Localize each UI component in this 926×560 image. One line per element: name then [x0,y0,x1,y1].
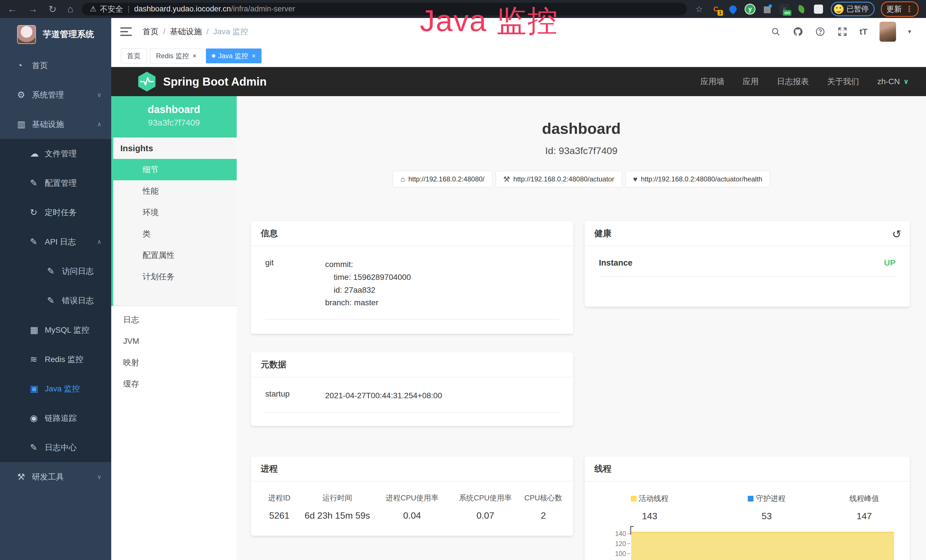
bookmark-star-icon[interactable]: ☆ [695,4,703,14]
sidebar-item-scheduled-tasks[interactable]: ↻ 定时任务 [0,198,111,227]
reload-icon[interactable]: ↻ [48,3,57,15]
process-cpu: 0.04 [375,510,449,521]
sba-navbar: Spring Boot Admin 应用墙 应用 日志报表 关于我们 zh-CN… [111,67,926,96]
browser-update-button[interactable]: 更新 ⋮ [881,2,918,17]
sidebar-item-config-management[interactable]: ✎ 配置管理 [0,168,111,198]
github-icon[interactable] [793,27,803,37]
process-table-values: 5261 6d 23h 15m 59s 0.04 0.07 2 [260,510,565,521]
sba-menu-item-config-props[interactable]: 配置属性 [111,244,237,266]
sidebar-item-access-logs[interactable]: ✎ 访问日志 [0,256,111,286]
sidebar-item-system-management[interactable]: ⚙ 系统管理 ∨ [0,80,111,109]
sidebar-item-java-monitor[interactable]: ▣ Java 监控 [0,374,111,403]
close-icon[interactable]: × [192,52,197,60]
sba-menu-item-metrics[interactable]: 性能 [111,180,237,202]
sba-nav-journal[interactable]: 日志报表 [777,76,809,87]
health-card-title: 健康 [594,228,611,239]
log-icon: ✎ [30,442,45,453]
history-icon[interactable]: ↺ [892,228,901,241]
user-avatar[interactable] [879,22,896,42]
hamburger-icon[interactable] [120,27,132,36]
extensions-row: C 1 y ▦ ≡ on [710,4,824,15]
sba-nav-about[interactable]: 关于我们 [827,76,859,87]
sba-menu-section-title: Insights [111,138,237,159]
cloud-upload-icon: ☁ [30,148,45,159]
link-actuator-url[interactable]: ⚒ http://192.168.0.2:48080/actuator [496,171,622,188]
page-instance-id: Id: 93a3fc7f7409 [237,145,926,156]
link-service-url[interactable]: ⌂ http://192.168.0.2:48080/ [393,171,492,188]
not-secure-warning-icon: ⚠ [90,5,96,14]
heartbeat-icon: ♥ [633,175,637,184]
sidebar-item-redis-monitor[interactable]: ≋ Redis 监控 [0,345,111,374]
app-sidebar: 芋道管理系统 ◔ 首页 ⚙ 系统管理 ∨ ▥ 基础设施 ∧ ☁ 文件管理 ✎ 配… [0,18,111,560]
system-cpu: 0.07 [449,510,522,521]
sidebar-item-trace[interactable]: ◉ 链路追踪 [0,403,111,433]
search-icon[interactable] [770,27,781,37]
extension-switch-icon[interactable]: ≡ on [779,4,790,15]
threads-legend: 活动线程 守护进程 线程峰值 [585,493,910,504]
y-letter: y [748,5,752,13]
cpu-cores: 2 [522,510,565,521]
sidebar-item-home[interactable]: ◔ 首页 [0,51,111,80]
instance-header[interactable]: dashboard 93a3fc7f7409 [111,96,237,138]
extension-grid-icon[interactable]: ▦ [762,4,773,15]
link-health-url[interactable]: ♥ http://192.168.0.2:48080/actuator/heal… [625,171,770,188]
sba-menu-item-caches[interactable]: 缓存 [111,373,237,395]
kebab-menu-icon[interactable]: ⋮ [905,4,913,14]
address-bar[interactable]: ⚠ 不安全 | dashboard.yudao.iocoder.cn /infr… [82,3,687,15]
back-icon[interactable]: ← [8,3,17,15]
process-uptime: 6d 23h 15m 59s [299,510,375,521]
sidebar-item-log-center[interactable]: ✎ 日志中心 [0,433,111,462]
tab-redis-monitor[interactable]: Redis 监控 × [150,48,203,64]
browser-profile-chip[interactable]: 已暂停 [831,2,875,16]
sba-menu-item-jvm[interactable]: JVM [111,330,237,352]
chevron-down-icon: ∨ [97,91,101,99]
profile-avatar-emoji-icon [834,4,844,14]
sba-locale-select[interactable]: zh-CN ∨ [877,77,909,86]
tab-home[interactable]: 首页 [121,48,147,64]
home-icon: ⌂ [400,175,405,184]
fullscreen-icon[interactable] [837,27,847,37]
app-logo-row[interactable]: 芋道管理系统 [0,18,111,51]
url-domain: dashboard.yudao.iocoder.cn [134,5,231,14]
sidebar-item-api-logs[interactable]: ✎ API 日志 ∧ [0,227,111,256]
app-header: 首页 / 基础设施 / Java 监控 tT ▾ [111,18,926,45]
extension-puzzle-icon[interactable] [813,4,824,15]
extension-y-icon[interactable]: y [744,4,755,15]
sba-brand-title[interactable]: Spring Boot Admin [163,75,267,88]
close-icon[interactable]: × [251,52,256,60]
caret-down-icon[interactable]: ▾ [908,28,911,35]
health-card-header: 健康 ↺ [585,221,910,246]
page-title: dashboard [237,120,926,137]
metadata-card: 元数据 startup 2021-04-27T00:44:31.254+08:0… [251,352,573,426]
sba-menu-item-details[interactable]: 细节 [111,159,237,180]
sidebar-item-mysql-monitor[interactable]: ▦ MySQL 监控 [0,315,111,345]
sidebar-item-file-management[interactable]: ☁ 文件管理 [0,139,111,168]
eye-icon: ◉ [30,413,45,423]
daemon-threads-value: 53 [715,511,819,522]
y-axis-tick-100: 100 [600,550,626,557]
tab-java-monitor[interactable]: Java 监控 × [206,48,262,64]
breadcrumb-current: Java 监控 [213,26,248,37]
extension-leaf-icon[interactable] [796,4,807,15]
sba-nav-applications[interactable]: 应用 [743,76,759,87]
font-size-icon[interactable]: tT [859,27,867,36]
sba-menu-item-classes[interactable]: 类 [111,223,237,244]
sidebar-item-infrastructure[interactable]: ▥ 基础设施 ∧ [0,109,111,139]
breadcrumb-infrastructure[interactable]: 基础设施 [170,26,202,37]
threads-chart: 140 120 100 [585,528,910,560]
extension-colorzilla-icon[interactable]: C 1 [710,4,721,15]
extension-pin-icon[interactable] [728,4,738,15]
browser-chrome: ← → ↻ ⌂ ⚠ 不安全 | dashboard.yudao.iocoder.… [0,0,926,18]
breadcrumb-home[interactable]: 首页 [142,26,159,37]
home-icon[interactable]: ⌂ [68,3,74,15]
sidebar-item-dev-tools[interactable]: ⚒ 研发工具 ∨ [0,462,111,492]
edit-icon: ✎ [30,178,45,188]
sba-menu-item-mappings[interactable]: 映射 [111,352,237,373]
help-icon[interactable] [815,27,825,37]
forward-icon[interactable]: → [28,3,38,15]
sba-menu-item-scheduled[interactable]: 计划任务 [111,266,237,287]
sba-menu-item-logs[interactable]: 日志 [111,309,237,330]
sba-menu-item-environment[interactable]: 环境 [111,202,237,223]
sidebar-item-error-logs[interactable]: ✎ 错误日志 [0,286,111,315]
sba-nav-wallboard[interactable]: 应用墙 [701,76,724,87]
